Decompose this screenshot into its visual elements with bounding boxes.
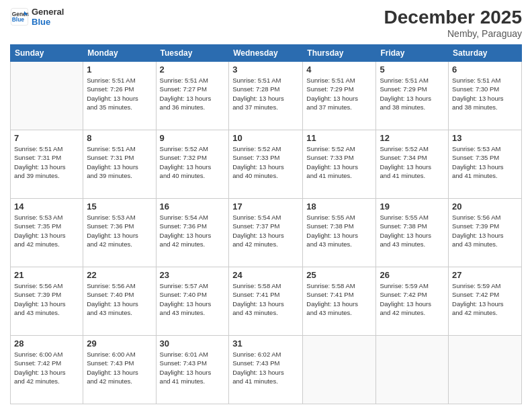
calendar-cell: 6Sunrise: 5:51 AM Sunset: 7:30 PM Daylig… [449,62,522,130]
svg-text:Blue: Blue [12,16,24,23]
month-year: December 2025 [384,7,522,28]
calendar-header-thursday: Thursday [303,45,376,62]
calendar-cell [303,336,376,404]
calendar-cell: 10Sunrise: 5:52 AM Sunset: 7:33 PM Dayli… [229,130,303,199]
day-info: Sunrise: 5:52 AM Sunset: 7:33 PM Dayligh… [306,144,372,180]
day-number: 27 [452,270,518,280]
day-info: Sunrise: 5:52 AM Sunset: 7:33 PM Dayligh… [232,144,299,180]
day-number: 29 [87,338,152,349]
page: General Blue General Blue December 2025 … [0,0,532,411]
calendar-cell: 13Sunrise: 5:53 AM Sunset: 7:35 PM Dayli… [449,130,522,199]
day-info: Sunrise: 6:00 AM Sunset: 7:43 PM Dayligh… [87,350,152,385]
day-info: Sunrise: 5:51 AM Sunset: 7:31 PM Dayligh… [87,144,152,180]
logo-icon: General Blue [10,7,29,26]
day-number: 6 [452,64,518,75]
day-number: 24 [232,270,299,280]
day-info: Sunrise: 5:59 AM Sunset: 7:42 PM Dayligh… [380,281,445,317]
calendar-table: SundayMondayTuesdayWednesdayThursdayFrid… [10,44,522,404]
day-info: Sunrise: 5:51 AM Sunset: 7:29 PM Dayligh… [380,76,445,111]
day-number: 18 [306,201,372,212]
calendar-header-row: SundayMondayTuesdayWednesdayThursdayFrid… [11,45,522,62]
calendar-cell: 17Sunrise: 5:54 AM Sunset: 7:37 PM Dayli… [229,199,303,267]
calendar-cell: 23Sunrise: 5:57 AM Sunset: 7:40 PM Dayli… [156,267,229,336]
calendar-cell: 26Sunrise: 5:59 AM Sunset: 7:42 PM Dayli… [376,267,449,336]
calendar-cell [376,336,449,404]
day-info: Sunrise: 5:51 AM Sunset: 7:27 PM Dayligh… [160,76,226,111]
logo: General Blue General Blue [10,7,64,27]
calendar-cell: 21Sunrise: 5:56 AM Sunset: 7:39 PM Dayli… [11,267,83,336]
day-info: Sunrise: 5:52 AM Sunset: 7:34 PM Dayligh… [380,144,445,180]
day-number: 28 [14,338,79,349]
calendar-cell: 14Sunrise: 5:53 AM Sunset: 7:35 PM Dayli… [11,199,83,267]
day-number: 9 [160,133,226,143]
day-number: 10 [232,133,299,143]
calendar-cell: 3Sunrise: 5:51 AM Sunset: 7:28 PM Daylig… [229,62,303,130]
calendar-week-3: 14Sunrise: 5:53 AM Sunset: 7:35 PM Dayli… [11,199,522,267]
calendar-cell [449,336,522,404]
calendar-header-friday: Friday [376,45,449,62]
day-info: Sunrise: 5:51 AM Sunset: 7:28 PM Dayligh… [232,76,299,111]
day-number: 4 [306,64,372,75]
calendar-cell: 24Sunrise: 5:58 AM Sunset: 7:41 PM Dayli… [229,267,303,336]
day-number: 1 [87,64,152,75]
day-number: 5 [380,64,445,75]
calendar-cell: 5Sunrise: 5:51 AM Sunset: 7:29 PM Daylig… [376,62,449,130]
day-number: 30 [160,338,226,349]
calendar-cell: 25Sunrise: 5:58 AM Sunset: 7:41 PM Dayli… [303,267,376,336]
day-info: Sunrise: 5:56 AM Sunset: 7:40 PM Dayligh… [87,281,152,317]
calendar-week-4: 21Sunrise: 5:56 AM Sunset: 7:39 PM Dayli… [11,267,522,336]
day-info: Sunrise: 5:54 AM Sunset: 7:37 PM Dayligh… [232,213,299,248]
day-number: 25 [306,270,372,280]
calendar-cell: 27Sunrise: 5:59 AM Sunset: 7:42 PM Dayli… [449,267,522,336]
calendar-cell: 28Sunrise: 6:00 AM Sunset: 7:42 PM Dayli… [11,336,83,404]
calendar-cell [11,62,83,130]
calendar-cell: 4Sunrise: 5:51 AM Sunset: 7:29 PM Daylig… [303,62,376,130]
day-number: 13 [452,133,518,143]
calendar-cell: 15Sunrise: 5:53 AM Sunset: 7:36 PM Dayli… [83,199,156,267]
day-info: Sunrise: 5:56 AM Sunset: 7:39 PM Dayligh… [452,213,518,248]
calendar-cell: 30Sunrise: 6:01 AM Sunset: 7:43 PM Dayli… [156,336,229,404]
location: Nemby, Paraguay [384,28,522,39]
day-number: 2 [160,64,226,75]
calendar-cell: 1Sunrise: 5:51 AM Sunset: 7:26 PM Daylig… [83,62,156,130]
day-number: 21 [14,270,79,280]
calendar-cell: 31Sunrise: 6:02 AM Sunset: 7:43 PM Dayli… [229,336,303,404]
day-info: Sunrise: 5:55 AM Sunset: 7:38 PM Dayligh… [306,213,372,248]
calendar-cell: 11Sunrise: 5:52 AM Sunset: 7:33 PM Dayli… [303,130,376,199]
logo-text: General Blue [32,7,64,27]
day-number: 14 [14,201,79,212]
day-info: Sunrise: 5:51 AM Sunset: 7:31 PM Dayligh… [14,144,79,180]
calendar-cell: 22Sunrise: 5:56 AM Sunset: 7:40 PM Dayli… [83,267,156,336]
day-number: 8 [87,133,152,143]
calendar-header-monday: Monday [83,45,156,62]
day-number: 23 [160,270,226,280]
calendar-cell: 16Sunrise: 5:54 AM Sunset: 7:36 PM Dayli… [156,199,229,267]
day-info: Sunrise: 5:52 AM Sunset: 7:32 PM Dayligh… [160,144,226,180]
calendar-week-5: 28Sunrise: 6:00 AM Sunset: 7:42 PM Dayli… [11,336,522,404]
calendar-week-2: 7Sunrise: 5:51 AM Sunset: 7:31 PM Daylig… [11,130,522,199]
calendar-cell: 7Sunrise: 5:51 AM Sunset: 7:31 PM Daylig… [11,130,83,199]
logo-line1: General [32,7,64,17]
day-number: 20 [452,201,518,212]
header: General Blue General Blue December 2025 … [10,7,522,39]
calendar-week-1: 1Sunrise: 5:51 AM Sunset: 7:26 PM Daylig… [11,62,522,130]
day-info: Sunrise: 5:53 AM Sunset: 7:35 PM Dayligh… [452,144,518,180]
logo-line2: Blue [32,17,50,27]
calendar-cell: 8Sunrise: 5:51 AM Sunset: 7:31 PM Daylig… [83,130,156,199]
calendar-cell: 19Sunrise: 5:55 AM Sunset: 7:38 PM Dayli… [376,199,449,267]
calendar-cell: 12Sunrise: 5:52 AM Sunset: 7:34 PM Dayli… [376,130,449,199]
day-info: Sunrise: 5:54 AM Sunset: 7:36 PM Dayligh… [160,213,226,248]
calendar-header-sunday: Sunday [11,45,83,62]
day-number: 19 [380,201,445,212]
day-info: Sunrise: 5:56 AM Sunset: 7:39 PM Dayligh… [14,281,79,317]
day-info: Sunrise: 5:51 AM Sunset: 7:29 PM Dayligh… [306,76,372,111]
day-number: 12 [380,133,445,143]
day-info: Sunrise: 5:51 AM Sunset: 7:26 PM Dayligh… [87,76,152,111]
day-info: Sunrise: 6:01 AM Sunset: 7:43 PM Dayligh… [160,350,226,385]
day-info: Sunrise: 5:51 AM Sunset: 7:30 PM Dayligh… [452,76,518,111]
day-info: Sunrise: 5:57 AM Sunset: 7:40 PM Dayligh… [160,281,226,317]
day-info: Sunrise: 6:02 AM Sunset: 7:43 PM Dayligh… [232,350,299,385]
calendar-cell: 2Sunrise: 5:51 AM Sunset: 7:27 PM Daylig… [156,62,229,130]
day-number: 11 [306,133,372,143]
calendar-cell: 9Sunrise: 5:52 AM Sunset: 7:32 PM Daylig… [156,130,229,199]
